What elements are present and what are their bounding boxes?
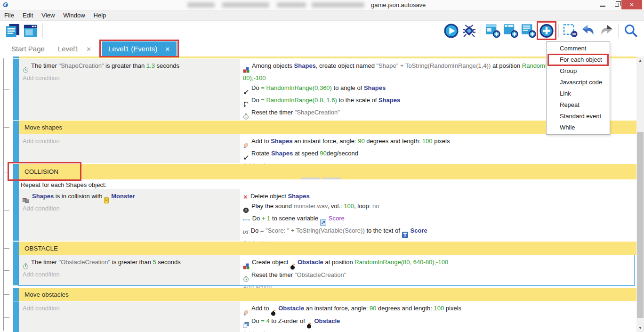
menu-item-link[interactable]: Link xyxy=(547,88,610,99)
action-line[interactable]: Add to Shapes an instant force, angle: 9… xyxy=(243,136,631,148)
minimize-button[interactable] xyxy=(596,0,609,9)
comment-row[interactable]: Move shapes xyxy=(13,121,636,134)
text-segment: "Shape" + ToString(RandomInRange(1,4)) xyxy=(377,62,491,69)
event-row[interactable]: The timer "ObstacleCreation" is greater … xyxy=(13,255,636,285)
action-line[interactable]: VarDo + 1 to scene variable Score xyxy=(243,213,631,226)
close-button[interactable]: ✕ xyxy=(621,0,642,9)
tab-level1[interactable]: Level1✕ xyxy=(51,41,98,57)
menubar-item-edit[interactable]: Edit xyxy=(18,12,37,19)
foreach-event-body: Shapes is in collision with MonsterAdd c… xyxy=(19,189,634,241)
scroll-up-arrow[interactable]: ▲ xyxy=(636,57,644,65)
toolbar-editors-icon[interactable] xyxy=(23,23,38,38)
toolbar-redo-icon[interactable] xyxy=(599,23,614,38)
event-selection-strip[interactable] xyxy=(13,59,19,120)
tab-start-page[interactable]: Start Page xyxy=(5,41,51,57)
text-segment: 90 xyxy=(370,305,376,312)
event-row[interactable]: Add conditionAdd to Obstacle an instant … xyxy=(13,301,636,332)
toolbar-undo-icon[interactable] xyxy=(581,23,596,38)
row-body: Add conditionAdd to Shapes an instant fo… xyxy=(19,134,634,163)
text-segment: 100 xyxy=(422,138,433,145)
event-selection-strip[interactable] xyxy=(13,242,19,255)
tab-level1-events-[interactable]: Level1 (Events)✕ xyxy=(102,41,177,57)
text-segment: Do xyxy=(251,97,261,104)
toolbar-add-comment-event-icon[interactable] xyxy=(521,23,536,38)
vertical-scrollbar[interactable]: ▲ ▼ xyxy=(636,57,644,332)
toolbar-add-external-event-icon[interactable] xyxy=(503,23,518,38)
event-selection-strip[interactable] xyxy=(13,121,19,134)
menubar-item-file[interactable]: File xyxy=(0,12,18,19)
condition-line[interactable]: Shapes is in collision with Monster xyxy=(23,191,236,203)
foreach-event-header[interactable]: Repeat for each Shapes object: xyxy=(19,180,634,189)
menubar-item-window[interactable]: Window xyxy=(59,12,89,19)
tab-label: Level1 xyxy=(58,45,79,53)
force-icon xyxy=(243,142,249,148)
text-segment: Obstacle xyxy=(314,317,340,324)
action-line[interactable]: Reset the timer "ObstacleCreation" xyxy=(243,270,631,282)
menu-item-for-each-object[interactable]: For each object xyxy=(547,54,610,65)
menubar-item-help[interactable]: Help xyxy=(89,12,111,19)
timer-icon xyxy=(23,67,29,73)
event-row[interactable]: Repeat for each Shapes object:Shapes is … xyxy=(13,180,636,241)
text-segment: 80);-100 xyxy=(243,74,266,81)
menu-item-standard-event[interactable]: Standard event xyxy=(547,111,610,122)
text-segment: Create object xyxy=(252,259,290,266)
condition-line[interactable]: The timer "ShapeCreation" is greater tha… xyxy=(23,61,236,73)
add-condition-button[interactable]: Add condition xyxy=(23,303,236,313)
event-selection-strip[interactable] xyxy=(13,288,19,301)
menu-item-comment[interactable]: Comment xyxy=(547,43,610,54)
toolbar-project-manager-icon[interactable] xyxy=(5,23,20,38)
event-selection-strip[interactable] xyxy=(13,164,19,179)
add-condition-button[interactable]: Add condition xyxy=(23,203,236,213)
comment-row[interactable]: Move obstacles xyxy=(13,288,636,301)
tab-close-icon[interactable]: ✕ xyxy=(86,46,91,53)
event-selection-strip[interactable] xyxy=(13,57,19,58)
menu-item-group[interactable]: Group xyxy=(547,65,610,77)
toolbar-debug-icon[interactable] xyxy=(461,23,476,38)
tab-close-icon[interactable]: ✕ xyxy=(165,46,170,53)
toolbar-search-icon[interactable] xyxy=(623,23,638,38)
text-segment: pixels xyxy=(433,138,450,145)
comment-row-partial xyxy=(13,57,636,58)
add-condition-button[interactable]: Add condition xyxy=(23,73,236,83)
menu-item-while[interactable]: While xyxy=(547,122,610,133)
event-selection-strip[interactable] xyxy=(13,180,19,241)
actions-column: Create object Obstacle at position Rando… xyxy=(240,255,634,285)
menubar-item-view[interactable]: View xyxy=(37,12,59,19)
action-line[interactable]: txtDo = "Score: " + ToString(Variable(Sc… xyxy=(243,226,631,238)
comment-row[interactable]: COLLISION xyxy=(13,164,636,179)
toolbar-play-icon[interactable] xyxy=(443,23,459,38)
action-line[interactable]: ✕Delete object Shapes xyxy=(243,191,631,201)
text-segment: = RandomInRange(0,360) xyxy=(261,84,332,91)
menu-item-repeat[interactable]: Repeat xyxy=(547,99,610,111)
toolbar-remove-event-icon[interactable] xyxy=(563,23,578,38)
event-selection-strip[interactable] xyxy=(13,301,19,332)
action-line[interactable]: Do = 4 to Z-order of Obstacle xyxy=(243,316,631,329)
row-body: Move obstacles xyxy=(19,288,636,301)
add-action-button[interactable]: Add action xyxy=(243,329,631,332)
text-segment: Play the sound xyxy=(251,202,294,210)
scroll-down-arrow[interactable]: ▼ xyxy=(636,324,644,332)
add-condition-button[interactable]: Add condition xyxy=(23,136,236,146)
menu-item-javascript-code[interactable]: Javascript code xyxy=(547,77,610,88)
collision-icon xyxy=(23,197,30,203)
monster-icon xyxy=(104,197,109,203)
toolbar-add-scene-event-icon[interactable] xyxy=(485,23,500,38)
action-line[interactable]: Play the sound monster.wav, vol.: 100, l… xyxy=(243,201,631,213)
text-segment: = 4 xyxy=(261,317,269,324)
toolbar-add-event-icon[interactable] xyxy=(539,23,554,38)
tree-tick xyxy=(3,211,9,211)
event-row[interactable]: Add conditionAdd to Shapes an instant fo… xyxy=(13,134,636,163)
action-line[interactable]: Create object Obstacle at position Rando… xyxy=(243,257,631,270)
text-segment: deg/second xyxy=(327,150,358,157)
action-line[interactable]: Rotate Shapes at speed 90deg/second xyxy=(243,148,631,161)
action-line[interactable]: Add to Obstacle an instant force, angle:… xyxy=(243,303,631,316)
event-selection-strip[interactable] xyxy=(13,255,19,285)
text-segment: "ObstacleCreation" xyxy=(59,259,111,266)
event-selection-strip[interactable] xyxy=(13,134,19,163)
add-condition-button[interactable]: Add condition xyxy=(23,269,236,279)
scrollbar-thumb[interactable] xyxy=(637,132,644,318)
title-bar: Ǥ game.json.autosave ✕ xyxy=(0,0,644,10)
event-row[interactable]: The timer "ShapeCreation" is greater tha… xyxy=(13,59,636,120)
condition-line[interactable]: The timer "ObstacleCreation" is greater … xyxy=(23,257,236,269)
comment-row[interactable]: OBSTACLE xyxy=(13,242,636,255)
